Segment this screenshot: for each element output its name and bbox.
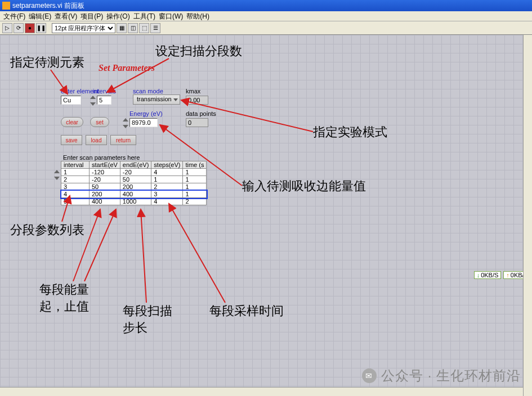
th-steps: steps(eV) — [151, 161, 183, 169]
menu-project[interactable]: 项目(P) — [79, 11, 105, 21]
vertical-scrollbar[interactable] — [523, 35, 532, 396]
menu-help[interactable]: 帮助(H) — [185, 11, 211, 21]
annotation-energy: 输入待测吸收边能量值 — [242, 178, 366, 195]
scan-parameters-table[interactable]: interval startE(eV endE(eV) steps(eV) ti… — [61, 161, 207, 205]
resize-button[interactable]: ⬚ — [139, 23, 149, 33]
return-button[interactable]: return — [110, 135, 136, 145]
annotation-time: 每段采样时间 — [209, 303, 284, 320]
th-interval: interval — [61, 161, 90, 169]
annotation-element: 指定待测元素 — [10, 54, 84, 71]
annotation-intervals: 设定扫描分段数 — [155, 43, 242, 60]
menu-file[interactable]: 文件(F) — [2, 11, 27, 21]
net-speed-indicator: ↓0KB/S ↑0KB/S — [474, 271, 531, 279]
intervals-spinner[interactable] — [90, 96, 96, 106]
kmax-output: 0.00 — [186, 96, 208, 105]
intervals-input[interactable]: 5 — [97, 96, 111, 105]
svg-line-5 — [73, 209, 100, 281]
annotation-steps: 每段扫描 步长 — [123, 303, 172, 336]
svg-line-6 — [84, 209, 116, 281]
menu-view[interactable]: 查看(V) — [53, 11, 79, 21]
load-button[interactable]: load — [86, 135, 107, 145]
menubar: 文件(F) 编辑(E) 查看(V) 项目(P) 操作(O) 工具(T) 窗口(W… — [0, 11, 532, 21]
font-selector[interactable]: 12pt 应用程序字体 — [52, 23, 115, 33]
abort-button[interactable]: ● — [25, 23, 35, 33]
table-row[interactable]: 35020021 — [61, 183, 207, 191]
table-row[interactable]: 2-205011 — [61, 176, 207, 183]
wechat-icon: ✉ — [362, 368, 377, 383]
svg-line-7 — [141, 209, 146, 303]
window-title: setparameters.vi 前面板 — [12, 1, 84, 11]
menu-window[interactable]: 窗口(W) — [157, 11, 185, 21]
front-panel: Set Parameters enter element intervals s… — [0, 35, 532, 396]
label-energy: Energy (eV) — [129, 110, 163, 117]
watermark: ✉ 公众号 · 生化环材前沿 — [362, 367, 521, 385]
align-button[interactable]: ▦ — [117, 23, 127, 33]
toolbar: ▷ ⟳ ● ❚❚ 12pt 应用程序字体 ▦ ◫ ⬚ ☰ — [0, 21, 532, 35]
th-ende: endE(eV) — [120, 161, 151, 169]
menu-operate[interactable]: 操作(O) — [105, 11, 131, 21]
panel-title: Set Parameters — [99, 63, 155, 73]
label-scan-mode: scan mode — [133, 88, 163, 94]
table-row[interactable]: 1-120-2041 — [61, 169, 207, 176]
clear-button[interactable]: clear — [61, 117, 83, 127]
svg-line-8 — [169, 204, 225, 303]
table-row-spinner[interactable] — [54, 170, 60, 180]
scan-mode-dropdown[interactable]: transmission — [133, 94, 180, 105]
table-header-row: interval startE(eV endE(eV) steps(eV) ti… — [61, 161, 207, 169]
run-button[interactable]: ▷ — [2, 23, 12, 33]
annotation-mode: 指定实验模式 — [313, 124, 387, 141]
label-intervals: intervals — [93, 88, 116, 94]
menu-edit[interactable]: 编辑(E) — [27, 11, 53, 21]
scan-table-caption: Enter scan parameters here — [63, 154, 140, 161]
label-kmax: kmax — [186, 88, 200, 94]
energy-spinner[interactable] — [123, 118, 128, 128]
reorder-button[interactable]: ☰ — [150, 23, 160, 33]
app-icon — [2, 2, 10, 10]
datapoints-output: 0 — [186, 118, 208, 127]
th-starte: startE(eV — [90, 161, 120, 169]
annotation-startend: 每段能量 起，止值 — [39, 281, 89, 315]
annotation-tablelist: 分段参数列表 — [10, 222, 84, 238]
window-titlebar: setparameters.vi 前面板 — [0, 0, 532, 11]
table-row[interactable]: 5400100042 — [61, 198, 207, 205]
menu-tools[interactable]: 工具(T) — [132, 11, 157, 21]
set-button[interactable]: set — [90, 117, 109, 127]
label-datapoints: data points — [186, 110, 216, 117]
th-time: time (s — [183, 161, 207, 169]
run-continuous-button[interactable]: ⟳ — [14, 23, 24, 33]
element-input[interactable]: Cu — [61, 96, 81, 105]
pause-button[interactable]: ❚❚ — [36, 23, 46, 33]
distribute-button[interactable]: ◫ — [128, 23, 138, 33]
energy-input[interactable]: 8979.0 — [129, 118, 158, 127]
table-row[interactable]: 420040031 — [61, 191, 207, 198]
horizontal-scrollbar[interactable] — [0, 387, 523, 396]
save-button[interactable]: save — [61, 135, 82, 145]
